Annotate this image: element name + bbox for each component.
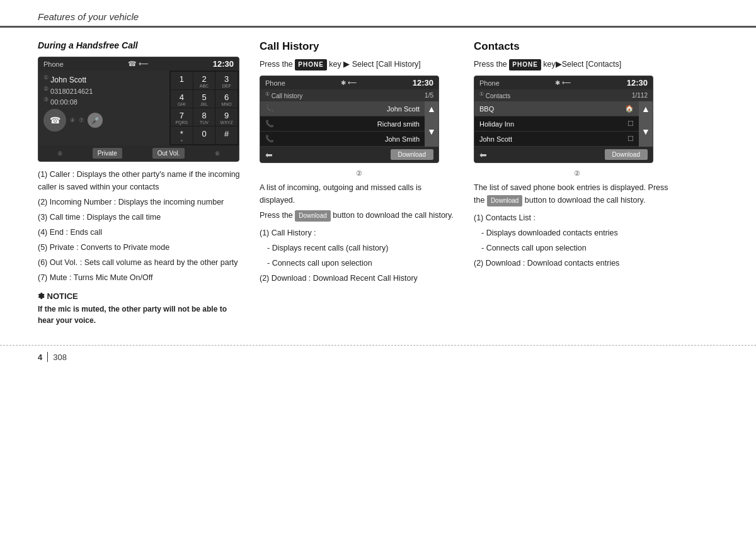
col3-d2: - Displays downloaded contacts entries <box>474 227 680 239</box>
call-history-screen: Phone ✱ ⟵ 12:30 ① Call history 1/5 📞 Joh… <box>260 76 439 163</box>
desc-1: (1) Caller : Displays the other party's … <box>38 168 244 193</box>
col2-intro: Press the PHONE key ▶ Select [Call Histo… <box>260 58 459 71</box>
col2-d2: - Displays recent calls (call history) <box>260 242 459 254</box>
ch-phone-icons: ✱ ⟵ <box>341 79 357 86</box>
list-item[interactable]: Holiday Inn ☐ <box>474 116 639 132</box>
footer-divider <box>47 352 48 362</box>
back-button[interactable]: ⬅ <box>265 150 273 160</box>
private-button[interactable]: Private <box>93 148 122 159</box>
call-time-label: ③ 00:00:08 <box>43 96 164 106</box>
desc-2: (2) Incoming Number : Displays the incom… <box>38 196 244 208</box>
phone-icons-hf: ☎ ⟵ <box>128 60 149 68</box>
col-contacts: Contacts Press the PHONE key▶Select [Con… <box>466 40 680 326</box>
col2-d3: - Connects call upon selection <box>260 257 459 269</box>
col3-phone-key: PHONE <box>509 59 541 71</box>
col2-descriptions: (1) Call History : - Displays recent cal… <box>260 227 459 285</box>
ct-phone-label: Phone <box>479 79 500 87</box>
ch-list-header: ① Call history 1/5 <box>260 89 438 101</box>
page-footer: 4 308 <box>0 345 756 368</box>
notice-title: ✽ NOTICE <box>38 291 244 301</box>
key-6[interactable]: 6MNO <box>215 90 238 108</box>
col2-d4: (2) Download : Download Recent Call Hist… <box>260 272 459 285</box>
hf-keypad: 1 2ABC 3DEF 4GHI 5JKL 6MNO 7PQRS 8TUV 9W… <box>169 71 239 145</box>
list-item[interactable]: 📞 John Scott <box>260 101 425 116</box>
key-3[interactable]: 3DEF <box>215 72 238 89</box>
key-star[interactable]: *+ <box>171 127 193 144</box>
caller-number-label: ② 03180214621 <box>43 86 164 95</box>
col2-download-inline: Download <box>295 210 330 222</box>
item-name-3: John Smith <box>385 135 420 143</box>
col-call-history: Call History Press the PHONE key ▶ Selec… <box>252 40 466 326</box>
list-item[interactable]: 📞 John Smith <box>260 132 425 147</box>
item-icon-phone: 📞 <box>265 104 274 113</box>
footer-page-ref: 308 <box>53 353 67 362</box>
list-item[interactable]: 📞 Richard smith <box>260 116 425 132</box>
ch-phone-footer: ⬅ Download <box>260 147 438 162</box>
key-0[interactable]: 0 <box>193 127 215 144</box>
ct-phone-header: Phone ✱ ⟵ 12:30 <box>474 76 653 89</box>
end-call-icon: ☎ <box>43 109 66 132</box>
ct-item-icon-1: 🏠 <box>625 104 634 113</box>
notice-box: ✽ NOTICE If the mic is muted, the other … <box>38 291 244 326</box>
ct-item-name-1: BBQ <box>479 105 494 113</box>
key-9[interactable]: 9WXYZ <box>215 108 238 126</box>
ct-list: BBQ 🏠 Holiday Inn ☐ John Scott ☐ <box>474 101 639 147</box>
key-7[interactable]: 7PQRS <box>171 108 193 126</box>
item-icon-phone2: 📞 <box>265 120 274 128</box>
col2-phone-key: PHONE <box>295 59 327 71</box>
key-2[interactable]: 2ABC <box>193 72 215 89</box>
key-8[interactable]: 8TUV <box>193 108 215 126</box>
notice-body: If the mic is muted, the other party wil… <box>38 303 244 326</box>
ct-back-button[interactable]: ⬅ <box>479 150 487 160</box>
key-hash[interactable]: # <box>215 127 238 144</box>
col3-body-p1: The list of saved phone book entries is … <box>474 181 680 206</box>
scroll-down-arrow[interactable]: ▼ <box>425 124 438 147</box>
col3-d4: (2) Download : Download contacts entries <box>474 257 680 269</box>
col3-download-inline: Download <box>487 195 522 206</box>
ch-phone-time: 12:30 <box>413 78 433 88</box>
footer-page-num: 4 <box>38 353 42 362</box>
col2-body: A list of incoming, outgoing and missed … <box>260 181 459 222</box>
ch-download-button[interactable]: Download <box>391 149 433 160</box>
ct-phone-time: 12:30 <box>627 78 648 88</box>
ct-scroll-down-arrow[interactable]: ▼ <box>639 124 653 147</box>
col1-title: During a Handsfree Call <box>38 40 244 50</box>
list-item[interactable]: BBQ 🏠 <box>474 101 639 116</box>
col3-body: The list of saved phone book entries is … <box>474 181 680 206</box>
hf-end-area: ☎ ④ ⑦ 🎤 <box>43 109 164 132</box>
ct-scroll-area: BBQ 🏠 Holiday Inn ☐ John Scott ☐ ▲ ▼ <box>474 101 653 147</box>
col3-descriptions: (1) Contacts List : - Displays downloade… <box>474 212 680 269</box>
ct-item-icon-3: ☐ <box>627 135 634 143</box>
handsfree-screen-body: ① John Scott ② 03180214621 ③ 00:00:08 <box>38 71 239 145</box>
caller-name-label: ① John Scott <box>43 74 164 84</box>
ct-phone-icons: ✱ ⟵ <box>555 79 571 86</box>
ch-annotation: ② <box>260 169 459 178</box>
key-5[interactable]: 5JKL <box>193 90 215 108</box>
scroll-up-arrow[interactable]: ▲ <box>425 101 438 124</box>
col3-title: Contacts <box>474 40 680 53</box>
ch-phone-header: Phone ✱ ⟵ 12:30 <box>260 76 438 89</box>
desc-4: (4) End : Ends call <box>38 226 244 239</box>
col2-body-p2: Press the Download button to download th… <box>260 209 459 222</box>
desc-5: (5) Private : Converts to Private mode <box>38 241 244 254</box>
list-item[interactable]: John Scott ☐ <box>474 132 639 147</box>
main-content: During a Handsfree Call Phone ☎ ⟵ 12:30 … <box>0 28 756 339</box>
desc-6: (6) Out Vol. : Sets call volume as heard… <box>38 256 244 269</box>
key-4[interactable]: 4GHI <box>171 90 193 108</box>
hf-left-panel: ① John Scott ② 03180214621 ③ 00:00:08 <box>38 71 169 145</box>
item-name-1: John Scott <box>387 105 420 113</box>
hf-bottom-buttons: ⑤ Private Out Vol. ⑥ <box>38 145 239 161</box>
col2-d1: (1) Call History : <box>260 227 459 239</box>
page-header: Features of your vehicle <box>0 0 756 28</box>
ct-download-button[interactable]: Download <box>605 149 648 160</box>
col1-descriptions: (1) Caller : Displays the other party's … <box>38 168 244 284</box>
key-1[interactable]: 1 <box>171 72 193 89</box>
outvol-button[interactable]: Out Vol. <box>152 148 185 159</box>
col3-d3: - Connects call upon selection <box>474 242 680 254</box>
contacts-screen: Phone ✱ ⟵ 12:30 ① Contacts 1/112 BBQ 🏠 H… <box>474 76 653 163</box>
desc-3: (3) Call time : Displays the call time <box>38 211 244 223</box>
ct-phone-footer: ⬅ Download <box>474 147 653 162</box>
mute-icon: 🎤 <box>88 113 103 128</box>
item-icon-phone3: 📞 <box>265 135 274 143</box>
ct-scroll-up-arrow[interactable]: ▲ <box>639 101 653 124</box>
